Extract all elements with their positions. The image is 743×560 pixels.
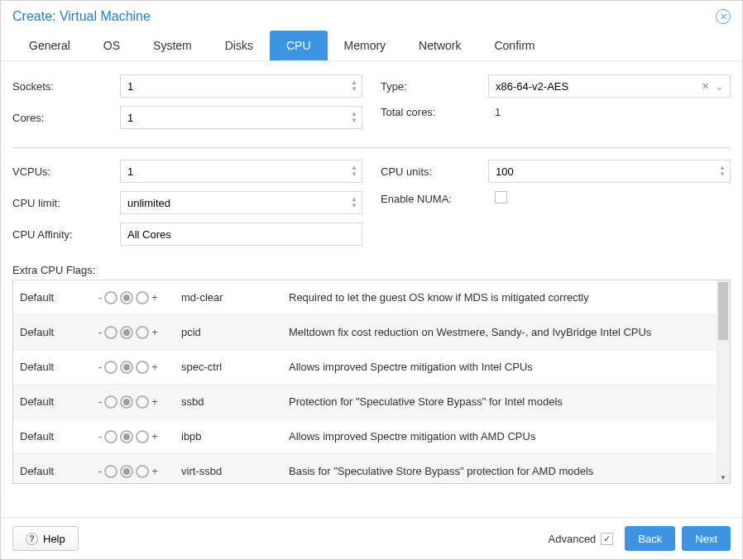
flag-description: Required to let the guest OS know if MDS… [289, 291, 723, 304]
help-icon: ? [26, 533, 38, 545]
flag-name: spec-ctrl [181, 361, 289, 373]
flag-radio-on[interactable] [136, 465, 149, 478]
help-button[interactable]: ? Help [12, 526, 79, 551]
cpu-limit-input[interactable] [120, 191, 362, 214]
flag-radio-default[interactable] [120, 430, 133, 443]
flag-radio-off[interactable] [104, 465, 117, 478]
chevron-down-icon[interactable]: ⌄ [715, 80, 724, 93]
divider [12, 147, 731, 148]
cores-input[interactable] [120, 106, 362, 129]
flag-radio-on[interactable] [136, 291, 149, 304]
plus-icon: + [151, 430, 158, 443]
scroll-thumb[interactable] [718, 282, 728, 340]
cpu-type-combo[interactable] [488, 74, 731, 98]
minus-icon: - [98, 465, 102, 477]
cores-label: Cores: [12, 112, 120, 124]
back-button-label: Back [638, 533, 662, 545]
flag-tristate: -+ [98, 326, 181, 339]
tab-network[interactable]: Network [402, 31, 477, 60]
scroll-down-icon[interactable]: ▼ [717, 471, 730, 483]
enable-numa-checkbox[interactable] [495, 191, 507, 203]
flag-name: md-clear [181, 291, 289, 304]
next-button-label: Next [695, 533, 717, 545]
total-cores-value: 1 [488, 106, 501, 118]
flag-description: Allows improved Spectre mitigation with … [289, 430, 723, 443]
flag-row: Default-+ssbdProtection for "Speculative… [13, 385, 730, 419]
tab-memory[interactable]: Memory [328, 31, 403, 60]
flag-row: Default-+virt-ssbdBasis for "Speculative… [13, 454, 730, 483]
flag-radio-on[interactable] [136, 326, 149, 339]
cpu-flags-grid: Default-+md-clearRequired to let the gue… [12, 280, 731, 484]
cpu-affinity-input[interactable] [120, 223, 362, 246]
flag-name: ssbd [181, 395, 289, 408]
dialog-title: Create: Virtual Machine [12, 9, 151, 24]
flag-tristate: -+ [98, 465, 181, 478]
flag-row: Default-+pcidMeltdown fix cost reduction… [13, 315, 730, 350]
flag-description: Allows improved Spectre mitigation with … [289, 361, 723, 373]
tab-os[interactable]: OS [87, 31, 137, 60]
flag-state: Default [20, 430, 98, 443]
extra-flags-label: Extra CPU Flags: [12, 264, 731, 276]
sockets-label: Sockets: [12, 80, 120, 93]
dialog-header: Create: Virtual Machine ✕ [1, 1, 742, 31]
flag-radio-off[interactable] [104, 291, 117, 304]
advanced-checkbox[interactable]: ✓ [601, 533, 613, 545]
flag-description: Protection for "Speculative Store Bypass… [289, 395, 723, 408]
plus-icon: + [151, 395, 158, 408]
flag-radio-off[interactable] [104, 361, 117, 374]
flag-radio-off[interactable] [104, 430, 117, 443]
close-button[interactable]: ✕ [716, 9, 731, 24]
sockets-input[interactable] [120, 74, 362, 98]
minus-icon: - [98, 326, 102, 338]
type-label: Type: [381, 80, 488, 93]
help-button-label: Help [43, 533, 65, 545]
cpu-limit-label: CPU limit: [12, 197, 120, 209]
plus-icon: + [151, 361, 158, 373]
tab-system[interactable]: System [137, 31, 209, 60]
back-button[interactable]: Back [625, 526, 675, 551]
flag-tristate: -+ [98, 291, 181, 304]
flag-radio-default[interactable] [120, 395, 133, 409]
clear-icon[interactable]: × [702, 79, 709, 93]
flag-state: Default [20, 291, 98, 304]
flag-radio-default[interactable] [120, 361, 133, 374]
flag-radio-off[interactable] [104, 395, 117, 409]
flag-radio-on[interactable] [136, 430, 149, 443]
flag-name: pcid [181, 326, 289, 338]
flag-tristate: -+ [98, 430, 181, 443]
minus-icon: - [98, 395, 102, 408]
vcpus-label: VCPUs: [12, 165, 120, 178]
dialog-footer: ? Help Advanced ✓ Back Next [1, 517, 742, 559]
flag-radio-off[interactable] [104, 326, 117, 339]
tab-confirm[interactable]: Confirm [477, 31, 551, 60]
flag-radio-default[interactable] [120, 291, 133, 304]
flag-tristate: -+ [98, 361, 181, 374]
close-icon: ✕ [720, 12, 727, 22]
next-button[interactable]: Next [682, 526, 731, 551]
plus-icon: + [151, 326, 158, 338]
plus-icon: + [151, 291, 158, 304]
flag-row: Default-+md-clearRequired to let the gue… [13, 280, 730, 315]
flag-radio-default[interactable] [120, 326, 133, 339]
flag-radio-on[interactable] [136, 395, 149, 409]
vcpus-input[interactable] [120, 160, 362, 183]
minus-icon: - [98, 361, 102, 373]
scrollbar[interactable]: ▲ ▼ [717, 280, 730, 483]
flag-name: ibpb [181, 430, 289, 443]
minus-icon: - [98, 291, 102, 304]
tab-disks[interactable]: Disks [209, 31, 270, 60]
flag-row: Default-+spec-ctrlAllows improved Spectr… [13, 350, 730, 385]
flag-description: Meltdown fix cost reduction on Westmere,… [289, 326, 723, 338]
flag-tristate: -+ [98, 395, 181, 409]
flag-description: Basis for "Speculative Store Bypass" pro… [289, 465, 723, 477]
flag-name: virt-ssbd [181, 465, 289, 477]
flag-state: Default [20, 326, 98, 338]
flag-radio-on[interactable] [136, 361, 149, 374]
tab-general[interactable]: General [12, 31, 87, 60]
total-cores-label: Total cores: [381, 106, 488, 118]
flag-row: Default-+ibpbAllows improved Spectre mit… [13, 419, 730, 454]
tab-cpu[interactable]: CPU [270, 31, 328, 60]
flag-radio-default[interactable] [120, 465, 133, 478]
minus-icon: - [98, 430, 102, 443]
cpu-units-input[interactable] [488, 160, 731, 183]
